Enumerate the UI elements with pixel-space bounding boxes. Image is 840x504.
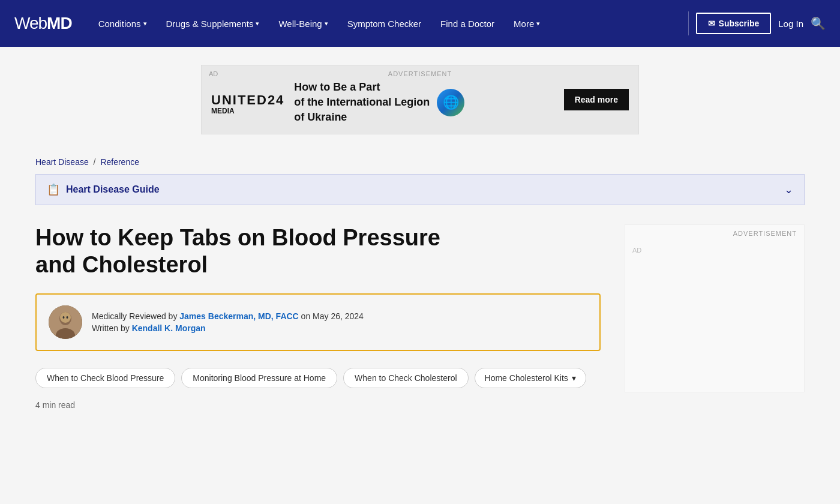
guide-bar-icon: 📋 (47, 183, 60, 196)
breadcrumb-separator: / (94, 157, 98, 167)
main-content: Heart Disease / Reference 📋 Heart Diseas… (21, 146, 819, 410)
nav-divider (688, 11, 689, 35)
site-logo[interactable]: WebMD (14, 14, 72, 33)
nav-links: Conditions ▾ Drugs & Supplements ▾ Well-… (89, 0, 681, 47)
nav-find-doctor[interactable]: Find a Doctor (431, 0, 504, 47)
guide-bar-chevron-icon: ⌄ (784, 183, 793, 196)
svg-point-5 (67, 316, 68, 319)
article-layout: How to Keep Tabs on Blood Pressure and C… (35, 224, 805, 410)
breadcrumb: Heart Disease / Reference (35, 146, 805, 174)
tab-more-chevron-icon: ▾ (572, 373, 576, 383)
ad-logo-area: UNITED24 MEDIA (211, 84, 284, 115)
ad-text: How to Be a Part of the International Le… (294, 80, 430, 125)
author-box: Medically Reviewed by James Beckerman, M… (35, 293, 601, 351)
search-icon: 🔍 (811, 17, 826, 30)
read-more-button[interactable]: Read more (564, 89, 629, 110)
article-sidebar: ADVERTISEMENT AD (625, 224, 805, 392)
login-button[interactable]: Log In (778, 19, 803, 29)
ad-label: AD (209, 70, 218, 77)
author-info: Medically Reviewed by James Beckerman, M… (92, 311, 587, 333)
nav-drugs[interactable]: Drugs & Supplements ▾ (157, 0, 269, 47)
reviewer-link[interactable]: James Beckerman, MD, FACC (179, 311, 298, 321)
nav-symptom-checker[interactable]: Symptom Checker (338, 0, 431, 47)
svg-point-4 (63, 316, 65, 319)
subscribe-button[interactable]: ✉ Subscribe (696, 13, 772, 34)
ad-logo-line2: MEDIA (211, 107, 235, 115)
ad-banner-area: AD ADVERTISEMENT UNITED24 MEDIA How to B… (0, 47, 840, 146)
sidebar-advertisement-label: ADVERTISEMENT (625, 225, 804, 242)
sidebar-ad-label: AD (625, 242, 804, 392)
tab-blood-pressure[interactable]: When to Check Blood Pressure (35, 368, 175, 388)
sidebar-ad: ADVERTISEMENT AD (625, 224, 805, 392)
conditions-chevron-icon: ▾ (143, 20, 147, 28)
wellbeing-chevron-icon: ▾ (325, 20, 328, 28)
author-link[interactable]: Kendall K. Morgan (132, 323, 206, 333)
read-time: 4 min read (35, 400, 601, 410)
ad-logo-line1: UNITED24 (211, 94, 284, 107)
nav-wellbeing[interactable]: Well-Being ▾ (269, 0, 337, 47)
drugs-chevron-icon: ▾ (256, 20, 259, 28)
envelope-icon: ✉ (708, 19, 715, 28)
tab-cholesterol[interactable]: When to Check Cholesterol (343, 368, 468, 388)
guide-bar-label: Heart Disease Guide (66, 184, 778, 195)
nav-right: ✉ Subscribe Log In 🔍 (696, 13, 826, 34)
ad-container: AD ADVERTISEMENT UNITED24 MEDIA How to B… (201, 65, 639, 134)
tab-kits[interactable]: Home Cholesterol Kits ▾ (475, 368, 586, 388)
topic-tabs: When to Check Blood Pressure Monitoring … (35, 368, 601, 388)
tab-monitoring[interactable]: Monitoring Blood Pressure at Home (181, 368, 337, 388)
reviewed-by-text: Medically Reviewed by James Beckerman, M… (92, 311, 587, 321)
more-chevron-icon: ▾ (536, 20, 540, 28)
nav-more[interactable]: More ▾ (504, 0, 550, 47)
author-avatar (49, 305, 82, 339)
ukraine-logo-icon: 🌐 (437, 89, 464, 116)
advertisement-label: ADVERTISEMENT (388, 70, 452, 77)
article-title: How to Keep Tabs on Blood Pressure and C… (35, 224, 601, 279)
breadcrumb-reference[interactable]: Reference (100, 157, 139, 167)
nav-conditions[interactable]: Conditions ▾ (89, 0, 157, 47)
article-main: How to Keep Tabs on Blood Pressure and C… (35, 224, 601, 410)
avatar-image (49, 305, 82, 339)
guide-bar[interactable]: 📋 Heart Disease Guide ⌄ (35, 174, 805, 205)
ad-content: How to Be a Part of the International Le… (294, 74, 554, 125)
main-nav: WebMD Conditions ▾ Drugs & Supplements ▾… (0, 0, 840, 47)
svg-point-3 (60, 312, 71, 323)
search-button[interactable]: 🔍 (811, 16, 826, 31)
written-by-text: Written by Kendall K. Morgan (92, 323, 587, 333)
breadcrumb-heart-disease[interactable]: Heart Disease (35, 157, 89, 167)
